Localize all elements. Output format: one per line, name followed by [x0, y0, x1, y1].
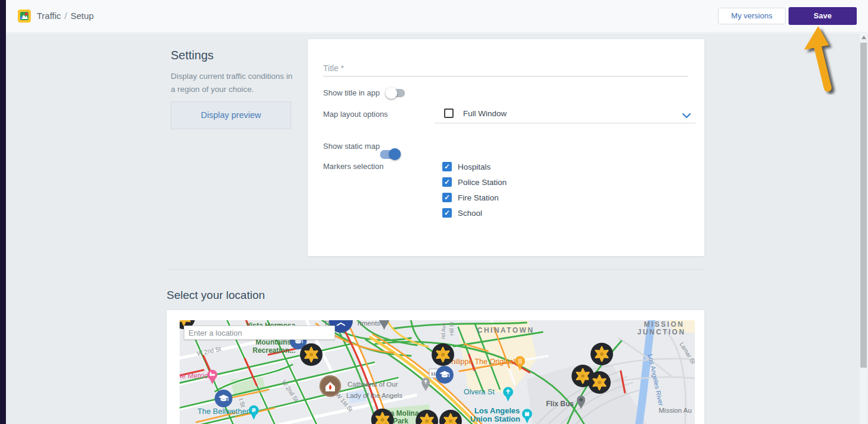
scrollbar-thumb[interactable]	[860, 43, 867, 368]
my-versions-button[interactable]: My versions	[718, 8, 786, 24]
poi-label: he Metric	[180, 372, 208, 380]
poi-label: Philippe The Original	[446, 358, 515, 366]
breadcrumb-separator: /	[65, 11, 67, 21]
hospitals-label: Hospitals	[458, 162, 491, 171]
hospitals-checkbox[interactable]	[442, 162, 452, 171]
police-badge-icon	[432, 343, 454, 366]
location-map-card: Vista Hermosa Mountains Recreation... Th…	[167, 310, 704, 424]
marker-option-row: Police Station	[442, 177, 507, 187]
district-label: JUNCTION	[637, 328, 685, 336]
fire-station-icon	[320, 376, 340, 396]
street-label: nd Ave	[440, 323, 447, 339]
title-field-wrapper	[323, 60, 688, 76]
section-divider	[167, 269, 704, 270]
settings-heading: Settings	[171, 49, 213, 62]
police-badge-icon	[591, 343, 613, 365]
breadcrumb: Traffic/Setup	[37, 11, 94, 21]
map-layout-underline	[435, 123, 695, 123]
full-window-checkbox[interactable]	[444, 109, 454, 118]
traffic-app-icon	[18, 9, 31, 23]
poi-label: Mission Au	[659, 407, 692, 414]
poi-label: Recreation...	[253, 346, 295, 355]
scrollbar-up-arrow-icon[interactable]	[861, 36, 866, 39]
police-badge-icon	[300, 343, 323, 366]
street-label: Hill Pl	[449, 322, 455, 336]
district-label: MISSION	[644, 320, 684, 329]
breadcrumb-page: Setup	[71, 11, 94, 21]
vertical-scrollbar[interactable]	[860, 33, 867, 424]
poi-label: rtments	[358, 320, 381, 327]
poi-label: Union Station	[470, 415, 521, 423]
toggle-knob	[385, 87, 397, 99]
police-station-checkbox[interactable]	[442, 177, 452, 187]
fire-station-label: Fire Station	[458, 193, 499, 202]
left-edge-strip	[0, 0, 6, 424]
marker-option-row: School	[442, 208, 482, 218]
display-preview-button[interactable]: Display preview	[171, 101, 291, 129]
show-title-label: Show title in app	[323, 88, 379, 97]
police-badge-icon	[588, 371, 611, 394]
show-static-toggle[interactable]	[380, 150, 399, 159]
poi-label: The Bellwether	[197, 407, 249, 416]
school-label: School	[458, 209, 482, 218]
poi-label: Lady of the Angels	[346, 392, 403, 399]
school-cap-icon	[436, 366, 454, 384]
chevron-down-icon[interactable]	[682, 110, 691, 121]
toggle-knob	[389, 148, 401, 160]
map-layout-option[interactable]: Full Window	[463, 109, 507, 118]
show-static-label: Show static map	[323, 142, 379, 151]
markers-selection-label: Markers selection	[323, 162, 384, 171]
title-input[interactable]	[323, 60, 688, 76]
top-bar: Traffic/Setup My versions Save	[6, 0, 868, 33]
select-location-heading: Select your location	[167, 289, 265, 302]
marker-option-row: Hospitals	[442, 162, 491, 171]
settings-description: Display current traffic conditions in a …	[171, 70, 299, 95]
breadcrumb-app[interactable]: Traffic	[37, 11, 61, 21]
location-search-input[interactable]	[184, 326, 335, 340]
marker-option-row: Fire Station	[442, 193, 499, 202]
poi-label: Flix Bus	[546, 400, 574, 408]
show-title-toggle[interactable]	[387, 89, 405, 97]
police-station-label: Police Station	[458, 178, 507, 187]
poi-label: Olvera St	[464, 388, 495, 396]
save-button[interactable]: Save	[789, 7, 857, 25]
settings-form-card: Show title in app Map layout options Ful…	[308, 39, 704, 256]
fire-station-checkbox[interactable]	[442, 193, 452, 202]
poi-label: Cathedral of Our	[347, 381, 398, 388]
map-layout-label: Map layout options	[323, 110, 388, 119]
school-checkbox[interactable]	[442, 208, 452, 218]
poi-label: Los Angeles	[474, 406, 520, 415]
district-label: CHINATOWN	[477, 326, 534, 334]
school-cap-icon	[215, 390, 232, 407]
